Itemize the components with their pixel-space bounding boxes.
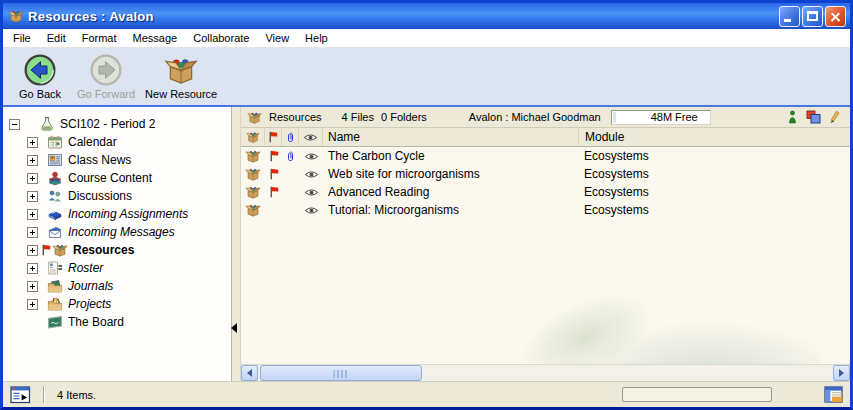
close-button[interactable]	[825, 6, 846, 27]
window-controls	[779, 6, 846, 27]
scroll-left-button[interactable]	[241, 365, 258, 381]
folders-count: 0 Folders	[381, 111, 427, 123]
tree-item-discussions[interactable]: Discussions	[3, 187, 231, 205]
resource-row[interactable]: Web site for microorganisms Ecosystems	[241, 165, 850, 183]
resource-name: Tutorial: Microorganisms	[323, 201, 578, 219]
minimize-button[interactable]	[779, 6, 800, 27]
pencil-icon[interactable]	[830, 110, 840, 124]
eye-icon	[304, 188, 319, 197]
menu-help[interactable]: Help	[297, 30, 336, 46]
collapse-expander-icon[interactable]	[9, 119, 20, 130]
newspaper-icon	[47, 152, 63, 168]
expand-icon[interactable]	[27, 227, 38, 238]
paperclip-icon	[286, 131, 295, 144]
column-flag[interactable]	[265, 128, 282, 146]
tree-item-resources[interactable]: Resources	[3, 241, 231, 259]
flag-icon	[269, 186, 279, 198]
horizontal-scrollbar[interactable]	[241, 364, 850, 381]
expand-icon[interactable]	[27, 209, 38, 220]
panel-splitter[interactable]	[232, 107, 240, 381]
flag-icon	[268, 131, 278, 143]
titlebar[interactable]: Resources : Avalon	[3, 3, 850, 29]
person-icon[interactable]	[788, 110, 797, 124]
resource-row[interactable]: Tutorial: Microorganisms Ecosystems	[241, 201, 850, 219]
panel-toggle-icon[interactable]	[10, 386, 31, 404]
course-tree: SCI102 - Period 2 Calendar	[3, 107, 232, 381]
column-visibility[interactable]	[299, 128, 323, 146]
flag-icon	[41, 244, 51, 256]
maximize-button[interactable]	[802, 6, 823, 27]
resource-module: Ecosystems	[578, 165, 850, 183]
menu-view[interactable]: View	[257, 30, 297, 46]
tree-item-incoming-messages[interactable]: Incoming Messages	[3, 223, 231, 241]
collapse-arrow-icon[interactable]	[231, 323, 237, 333]
expand-icon[interactable]	[27, 137, 38, 148]
layout-window-icon[interactable]	[824, 386, 843, 403]
expand-icon[interactable]	[27, 155, 38, 166]
resource-row[interactable]: The Carbon Cycle Ecosystems	[241, 147, 850, 165]
tree-item-projects[interactable]: Projects	[3, 295, 231, 313]
free-space-label: 48M Free	[651, 111, 698, 123]
tree-item-class-news[interactable]: Class News	[3, 151, 231, 169]
column-module[interactable]: Module	[578, 128, 850, 146]
menu-file[interactable]: File	[5, 30, 39, 46]
expand-icon[interactable]	[27, 245, 38, 256]
tree-item-incoming-assignments[interactable]: Incoming Assignments	[3, 205, 231, 223]
tree-item-course-content[interactable]: Course Content	[3, 169, 231, 187]
column-attachment[interactable]	[282, 128, 299, 146]
column-name[interactable]: Name	[323, 128, 578, 146]
tree-item-label: Incoming Messages	[68, 224, 175, 240]
free-space-gauge: 48M Free	[611, 110, 711, 125]
account-label: Avalon : Michael Goodman	[469, 111, 601, 123]
tree-item-label: Calendar	[68, 134, 117, 150]
resource-row[interactable]: Advanced Reading Ecosystems	[241, 183, 850, 201]
tree-item-label: Journals	[68, 278, 113, 294]
go-forward-label: Go Forward	[77, 89, 135, 100]
go-back-button[interactable]: Go Back	[13, 53, 67, 100]
expand-icon[interactable]	[27, 281, 38, 292]
resource-box-icon	[52, 242, 68, 258]
scrollbar-thumb[interactable]	[260, 365, 422, 381]
tree-item-course[interactable]: SCI102 - Period 2	[3, 115, 231, 133]
expand-icon[interactable]	[27, 173, 38, 184]
tree-item-journals[interactable]: Journals	[3, 277, 231, 295]
resource-module: Ecosystems	[578, 147, 850, 165]
files-count: 4 Files	[342, 111, 374, 123]
tree-item-the-board[interactable]: The Board	[3, 313, 231, 331]
tree-item-roster[interactable]: Roster	[3, 259, 231, 277]
status-separator	[43, 386, 45, 403]
new-resource-label: New Resource	[145, 89, 217, 100]
chevron-left-icon	[247, 369, 252, 377]
menu-edit[interactable]: Edit	[39, 30, 74, 46]
eye-icon	[304, 152, 319, 161]
expand-icon[interactable]	[27, 299, 38, 310]
app-window: Resources : Avalon File Edit Format Mess…	[0, 0, 853, 410]
tree-item-label: Course Content	[68, 170, 152, 186]
panel-title: Resources	[269, 111, 322, 123]
menu-message[interactable]: Message	[125, 30, 186, 46]
board-icon	[47, 314, 63, 330]
scroll-right-button[interactable]	[833, 365, 850, 381]
tree-item-calendar[interactable]: Calendar	[3, 133, 231, 151]
new-resource-button[interactable]: New Resource	[145, 53, 217, 100]
tree-item-label: Resources	[73, 242, 134, 258]
go-forward-button[interactable]: Go Forward	[77, 53, 135, 100]
items-count: 4 Items.	[57, 389, 96, 401]
tree-item-label: The Board	[68, 314, 124, 330]
new-resource-icon	[164, 53, 198, 87]
used-space-fill	[613, 112, 616, 123]
calendar-icon	[47, 134, 63, 150]
paperclip-icon	[286, 150, 295, 163]
go-forward-icon	[89, 53, 123, 87]
column-type[interactable]	[241, 128, 265, 146]
go-back-icon	[23, 53, 57, 87]
menu-format[interactable]: Format	[74, 30, 125, 46]
menu-collaborate[interactable]: Collaborate	[185, 30, 257, 46]
window-title: Resources : Avalon	[28, 9, 154, 24]
maximize-icon	[807, 11, 818, 21]
main-area: SCI102 - Period 2 Calendar	[3, 107, 850, 381]
chevron-right-icon	[839, 369, 844, 377]
overlapping-squares-icon[interactable]	[806, 110, 821, 124]
expand-icon[interactable]	[27, 191, 38, 202]
expand-icon[interactable]	[27, 263, 38, 274]
